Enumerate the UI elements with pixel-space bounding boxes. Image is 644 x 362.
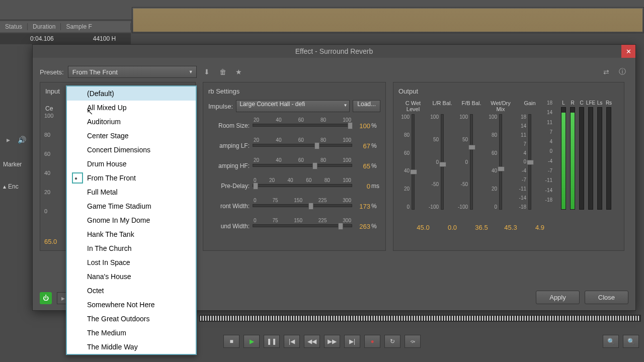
info-icon[interactable]: ⓘ (616, 66, 628, 78)
favorite-icon[interactable]: ★ (233, 66, 245, 78)
input-scale: 100806040200 (44, 113, 53, 214)
preset-option[interactable]: Gnome In My Dome (67, 213, 196, 227)
vertical-slider[interactable] (441, 114, 444, 210)
presets-label: Presets: (40, 68, 64, 76)
meter-label: C (580, 100, 583, 107)
stop-button[interactable]: ■ (223, 335, 239, 348)
preset-option[interactable]: Octet (67, 284, 196, 298)
speaker-icon[interactable]: 🔊 (17, 134, 27, 146)
vertical-slider[interactable] (499, 114, 502, 210)
duration-value: 0:04.106 (0, 35, 63, 42)
reverb-unit: ms (370, 183, 380, 190)
routing-icon[interactable]: ⇄ (600, 66, 612, 78)
close-dialog-button[interactable]: Close (585, 291, 628, 304)
tool-icon[interactable]: ▸ (3, 134, 14, 146)
slider[interactable]: 075150225300 (253, 198, 352, 215)
rewind-button[interactable]: ◀◀ (304, 335, 320, 348)
preset-option[interactable]: Lost In Space (67, 255, 196, 269)
preset-option[interactable]: Hank The Tank (67, 227, 196, 241)
preset-option[interactable]: The Medium (67, 326, 196, 340)
preset-option[interactable]: The Middle Way (67, 340, 196, 354)
output-value: 0.0 (438, 224, 467, 231)
input-value: 65.0 (44, 238, 57, 245)
output-col-label: L/R Bal. (432, 100, 452, 114)
loop-button[interactable]: ↻ (384, 335, 400, 348)
preset-option[interactable]: In The Church (67, 241, 196, 255)
close-button[interactable]: ✕ (621, 45, 635, 58)
preset-option[interactable]: Somewhere Not Here (67, 298, 196, 312)
transport-controls: ■ ▶ ❚❚ |◀ ◀◀ ▶▶ ▶| ● ↻ ⤼ (223, 335, 421, 348)
preset-selected-text: From The Front (72, 68, 118, 76)
apply-button[interactable]: Apply (536, 291, 580, 304)
reverb-param-label: und Width: (208, 223, 253, 230)
skip-selection-button[interactable]: ⤼ (405, 335, 421, 348)
pause-button[interactable]: ❚❚ (264, 335, 280, 348)
zoom-out-button[interactable]: 🔍 (623, 335, 639, 348)
reverb-param-label: Pre-Delay: (208, 183, 253, 190)
meter-label: LFE (586, 100, 595, 107)
load-button[interactable]: Load... (353, 100, 380, 112)
output-col-label: C Wet Level (398, 100, 428, 114)
reverb-unit: % (370, 223, 380, 230)
info-value-row: 0:04.106 44100 H (0, 33, 131, 44)
power-button[interactable]: ⏻ (40, 292, 52, 304)
preset-dropdown-list: (Default)All Mixed UpAuditoriumCenter St… (66, 85, 197, 355)
reverb-param-label: amping LF: (208, 142, 253, 149)
output-col-label: F/B Bal. (461, 100, 481, 114)
output-value: 45.3 (496, 224, 525, 231)
output-value: 4.9 (525, 224, 554, 231)
preset-option[interactable]: Auditorium (67, 115, 196, 129)
reverb-panel-title: rb Settings (208, 87, 380, 95)
preset-option[interactable]: From The Front (67, 171, 196, 185)
output-value: 36.5 (467, 224, 496, 231)
meter-label: Ls (597, 100, 603, 107)
preset-option[interactable]: Concert Dimensions (67, 143, 196, 157)
slider[interactable]: 20406080100 (253, 117, 352, 134)
skip-back-button[interactable]: |◀ (284, 335, 300, 348)
record-button[interactable]: ● (364, 335, 380, 348)
meter-bar (561, 107, 566, 210)
preset-option[interactable]: Game Time Stadium (67, 199, 196, 213)
sample-header: Sample F (61, 23, 131, 30)
preset-option[interactable]: (Default) (67, 86, 196, 101)
reverb-value: 67 (352, 142, 370, 150)
reverb-value: 0 (352, 183, 370, 190)
vertical-slider[interactable] (412, 114, 415, 210)
reverb-value: 173 (352, 203, 370, 210)
forward-button[interactable]: ▶▶ (324, 335, 340, 348)
zoom-in-button[interactable]: 🔍 (603, 335, 619, 348)
delete-preset-icon[interactable]: 🗑 (217, 66, 229, 78)
marker-label: Marker (3, 161, 27, 168)
chevron-up-icon[interactable]: ▴ (3, 183, 6, 190)
slider[interactable]: 075150225300 (253, 218, 352, 235)
left-panel: ▸ 🔊 Marker ▴ Enc (0, 131, 30, 193)
play-button[interactable]: ▶ (244, 335, 260, 348)
save-preset-icon[interactable]: ⬇ (201, 66, 213, 78)
preset-option[interactable]: The Great Outdoors (67, 312, 196, 326)
vertical-slider[interactable] (528, 114, 531, 210)
meter-bar (588, 107, 593, 210)
output-value: 45.0 (409, 224, 438, 231)
slider[interactable]: 020406080100 (253, 177, 352, 195)
waveform-overview[interactable] (132, 7, 644, 33)
reverb-value: 65 (352, 162, 370, 170)
reverb-unit: % (370, 122, 380, 129)
skip-forward-button[interactable]: ▶| (344, 335, 360, 348)
enc-label: Enc (8, 183, 19, 190)
reverb-value: 100 (352, 122, 370, 130)
reverb-param-label: Room Size: (208, 122, 253, 129)
reverb-param-label: amping HF: (208, 162, 253, 169)
preset-option[interactable]: Drum House (67, 157, 196, 171)
preset-option[interactable]: Nana's House (67, 269, 196, 284)
slider[interactable]: 20406080100 (253, 137, 352, 154)
preset-row: Presets: From The Front ⬇ 🗑 ★ ⇄ ⓘ (33, 58, 635, 82)
timeline-track[interactable] (199, 315, 641, 322)
output-col-label: Gain (524, 100, 535, 114)
vertical-slider[interactable] (470, 114, 473, 210)
preset-option[interactable]: Center Stage (67, 129, 196, 143)
meter-label: Rs (606, 100, 612, 107)
impulse-dropdown[interactable]: Large Concert Hall - defi (236, 100, 350, 112)
slider[interactable]: 20406080100 (253, 157, 352, 174)
preset-option[interactable]: Full Metal (67, 185, 196, 199)
preset-dropdown[interactable]: From The Front (68, 66, 197, 78)
